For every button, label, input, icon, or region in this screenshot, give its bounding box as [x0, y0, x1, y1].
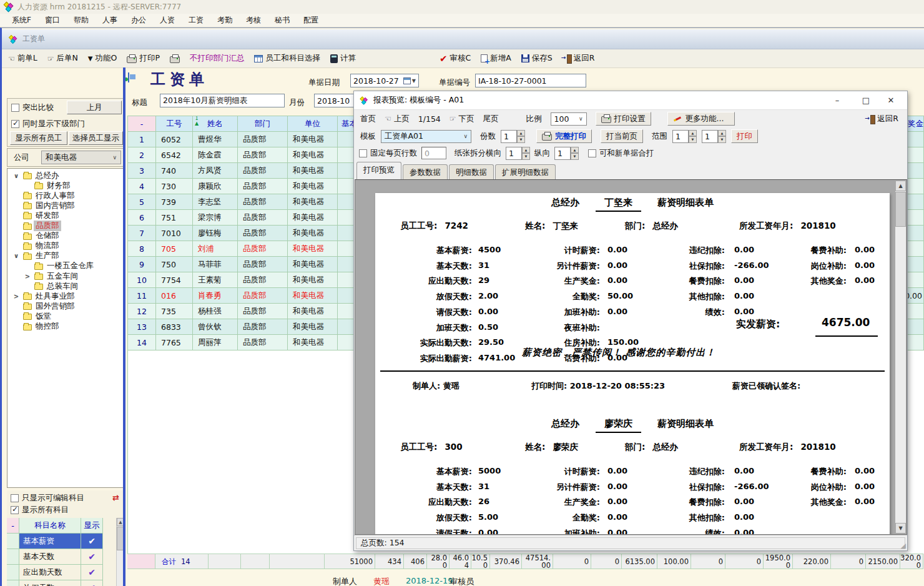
first-page-button[interactable]: 首页	[360, 114, 376, 124]
select-employee-subject-button[interactable]: 员工和科目选择	[254, 53, 320, 64]
tree-item-研发部[interactable]: 研发部	[7, 211, 124, 221]
tab-参数数据[interactable]: 参数数据	[403, 164, 448, 179]
calculate-button[interactable]: 计算	[330, 53, 356, 64]
grid-header-单位[interactable]: 单位	[288, 116, 338, 132]
show-sublevel-checkbox[interactable]: 同时显示下级部门	[11, 119, 85, 129]
print-current-page-button[interactable]: 打当前页	[601, 129, 643, 143]
no-dept-summary-button[interactable]: 不打印部门汇总	[190, 53, 245, 64]
split-h-stepper[interactable]: 1▲▼	[506, 147, 530, 160]
menu-item-2[interactable]: 帮助	[67, 14, 96, 27]
chevron-closed-icon[interactable]: >	[24, 273, 31, 280]
tree-item-国内营销部[interactable]: 国内营销部	[7, 201, 124, 211]
tree-item-财务部[interactable]: 财务部	[7, 181, 124, 191]
tree-item-国外营销部[interactable]: 国外营销部	[7, 301, 124, 311]
fixed-rows-checkbox[interactable]: 固定每页行数	[359, 148, 417, 159]
tree-item-五金车间[interactable]: >五金车间	[7, 271, 124, 281]
grid-header-工号[interactable]: 工号	[156, 116, 193, 132]
range-to-stepper[interactable]: 1▲▼	[702, 130, 726, 143]
subjects-header-2[interactable]: 显示	[81, 518, 103, 534]
show-all-employees-button[interactable]: 显示所有员工	[10, 131, 67, 145]
editable-subjects-checkbox[interactable]: 只显示可编辑科目	[11, 493, 84, 504]
tree-item-仓储部[interactable]: 仓储部	[7, 231, 124, 241]
minimize-button[interactable]: –	[827, 91, 847, 109]
grid-header-姓名[interactable]: 姓名1▲	[193, 116, 238, 132]
subject-visible-cell[interactable]: ✔	[81, 565, 103, 580]
split-v-stepper[interactable]: 1▲▼	[554, 147, 579, 160]
menu-item-3[interactable]: 人事	[96, 14, 124, 27]
range-from-stepper[interactable]: 1▲▼	[672, 130, 697, 143]
next-doc-button[interactable]: ☞后单N	[47, 53, 78, 64]
scale-select[interactable]: 100∨	[551, 112, 587, 126]
tree-item-行政人事部[interactable]: 行政人事部	[7, 191, 124, 201]
tree-item-总经办[interactable]: ∨总经办	[7, 171, 124, 181]
highlight-compare-checkbox[interactable]: 突出比较	[11, 102, 54, 113]
print-button[interactable]: 打印P	[127, 53, 160, 64]
dialog-back-button[interactable]: 返回R	[866, 114, 898, 124]
prev-doc-button[interactable]: ☜前单L	[8, 53, 37, 64]
grid-header--[interactable]: -	[128, 116, 156, 132]
tree-item-灶具事业部[interactable]: >灶具事业部	[7, 291, 124, 301]
functions-button[interactable]: ▼功能O	[88, 53, 117, 64]
next-page-button[interactable]: ☞下页	[450, 114, 474, 124]
dialog-titlebar[interactable]: 报表预览: 模板编号 - A01	[354, 91, 907, 110]
subjects-header-1[interactable]: 科目名称	[19, 518, 81, 534]
subject-visible-cell[interactable]: ✔	[81, 580, 103, 586]
fixed-rows-input[interactable]: 0	[421, 147, 446, 159]
chevron-open-icon[interactable]: ∨	[12, 172, 20, 179]
tab-打印预览[interactable]: 打印预览	[356, 162, 401, 179]
copies-stepper[interactable]: 1▲▼	[501, 130, 525, 143]
date-dropdown-icon[interactable]: ▼	[412, 78, 416, 84]
menu-item-1[interactable]: 窗口	[38, 14, 67, 27]
select-employees-button[interactable]: 选择员工显示	[69, 131, 123, 145]
menu-item-5[interactable]: 人资	[153, 14, 182, 27]
merge-print-checkbox[interactable]: 可和新单据合打	[588, 148, 654, 159]
tree-item-物控部[interactable]: 物控部	[7, 322, 124, 332]
menu-item-9[interactable]: 秘书	[268, 14, 297, 27]
tree-item-总装车间[interactable]: 总装车间	[7, 281, 124, 291]
scroll-down-icon[interactable]: ▼	[895, 523, 906, 534]
close-button[interactable]: ✕	[881, 91, 901, 109]
printer-icon-button[interactable]	[170, 54, 180, 63]
prev-page-button[interactable]: ☜上页	[385, 114, 410, 124]
scrollbar-thumb[interactable]	[895, 192, 906, 227]
company-select[interactable]: 和美电器∨	[41, 151, 121, 164]
scroll-up-icon[interactable]: ▲	[895, 181, 906, 191]
full-print-button[interactable]: 完整打印	[536, 129, 592, 143]
add-button[interactable]: 新增A	[481, 53, 511, 64]
grid-header-部门[interactable]: 部门	[238, 116, 288, 132]
docno-input[interactable]: IA-18-10-27-0001	[475, 74, 586, 87]
swap-columns-icon[interactable]: ⇄	[112, 493, 119, 500]
menu-item-8[interactable]: 考核	[239, 14, 268, 27]
subject-row-应出勤天数[interactable]: 应出勤天数✔	[7, 565, 124, 580]
splitter[interactable]	[123, 67, 125, 586]
template-select[interactable]: 工资单A01∨	[381, 130, 471, 143]
last-month-button[interactable]: 上月	[67, 101, 122, 114]
subject-visible-cell[interactable]: ✔	[81, 534, 103, 549]
maximize-button[interactable]: □	[856, 91, 876, 109]
back-button[interactable]: 返回R	[563, 53, 595, 64]
tree-item-一楼五金仓库[interactable]: 一楼五金仓库	[7, 261, 124, 271]
last-page-button[interactable]: 尾页	[483, 114, 499, 124]
menu-item-6[interactable]: 工资	[182, 14, 210, 27]
caption-input[interactable]: 2018年10月薪资明细表	[160, 94, 285, 107]
menu-item-10[interactable]: 配置	[297, 14, 325, 27]
subject-row-放假天数[interactable]: 放假天数✔	[7, 580, 124, 586]
resize-grip[interactable]: ◢	[901, 542, 906, 550]
tree-item-物流部[interactable]: 物流部	[7, 241, 124, 251]
tree-item-品质部[interactable]: 品质部	[7, 221, 124, 231]
all-subjects-checkbox[interactable]: 显示所有科目	[11, 505, 69, 515]
tab-明细数据[interactable]: 明细数据	[449, 164, 494, 179]
print-setup-button[interactable]: 打印设置	[596, 112, 651, 126]
tree-item-饭堂[interactable]: 饭堂	[7, 311, 124, 321]
subject-row-基本天数[interactable]: 基本天数✔	[7, 549, 124, 565]
tab-扩展明细数据[interactable]: 扩展明细数据	[495, 164, 556, 179]
save-button[interactable]: 保存S	[521, 53, 553, 64]
menu-item-7[interactable]: 考勤	[210, 14, 239, 27]
audit-button[interactable]: ✔审核C	[440, 53, 471, 64]
tree-item-生产部[interactable]: ∨生产部	[7, 251, 124, 261]
date-input[interactable]: 2018-10-27 ▼	[350, 74, 419, 87]
menu-item-0[interactable]: 系统F	[5, 14, 38, 27]
subject-row-基本薪资[interactable]: 基本薪资✔	[7, 534, 124, 549]
preview-scrollbar[interactable]: ▲ ▼	[895, 181, 906, 534]
menu-item-4[interactable]: 办公	[124, 14, 153, 27]
